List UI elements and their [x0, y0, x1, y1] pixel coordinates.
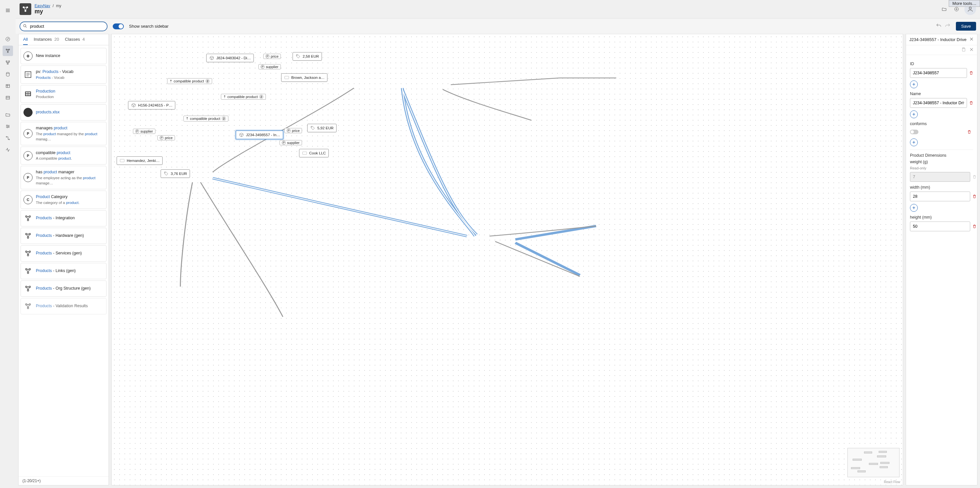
node-j234[interactable]: J234-3498557 - In…: [235, 130, 283, 140]
redo-button[interactable]: [945, 23, 951, 30]
rail-sliders[interactable]: [3, 121, 13, 132]
rail-db[interactable]: [3, 69, 13, 79]
list-item[interactable]: C Product Category The category of a pro…: [21, 191, 107, 209]
name-delete[interactable]: [969, 99, 974, 107]
list-item[interactable]: P compatible product A compatible produc…: [21, 146, 107, 165]
edge-compat-2[interactable]: ⇡compatible product2: [167, 78, 212, 84]
hamburger-menu[interactable]: [0, 3, 16, 18]
graph-icon: [24, 214, 33, 223]
list-item[interactable]: Products - Integration: [21, 210, 107, 226]
edge-compat-3[interactable]: ⇡compatible product2: [183, 116, 228, 121]
edge-price[interactable]: Pprice: [263, 54, 281, 59]
conforms-delete[interactable]: [965, 128, 973, 136]
search-sidebar: All Instances 20 Classes 4 + New instanc…: [18, 34, 109, 485]
conforms-toggle[interactable]: [910, 130, 918, 134]
details-save[interactable]: [961, 47, 966, 53]
svg-rect-52: [120, 159, 124, 162]
node-label: Brown, Jackson a…: [291, 76, 325, 79]
list-item[interactable]: Products - Services (gen): [21, 245, 107, 262]
width-delete[interactable]: [972, 192, 977, 200]
id-field[interactable]: [910, 68, 967, 78]
node-h156[interactable]: H156-2424615 - P…: [128, 101, 175, 110]
rail-flow[interactable]: [3, 133, 13, 143]
edge-supplier-3[interactable]: Psupplier: [280, 140, 302, 145]
svg-rect-23: [26, 92, 27, 94]
id-add[interactable]: +: [910, 81, 918, 88]
undo-button[interactable]: [936, 23, 942, 30]
edge-supplier-2[interactable]: Psupplier: [133, 129, 155, 134]
id-delete[interactable]: [969, 69, 974, 77]
package-icon: [131, 103, 136, 108]
node-price3[interactable]: 3,76 EUR: [161, 169, 190, 178]
canvas[interactable]: J824-9483042 - Di… H156-2424615 - P… J23…: [111, 34, 903, 485]
conforms-add[interactable]: +: [910, 138, 918, 146]
node-price1[interactable]: 2,58 EUR: [293, 52, 322, 60]
t: - Hardware (gen): [52, 233, 84, 238]
save-button[interactable]: Save: [956, 22, 976, 31]
header-folder[interactable]: [940, 5, 949, 14]
app-logo[interactable]: [19, 3, 31, 15]
rail-graph[interactable]: [3, 46, 13, 56]
toolbar: Show search sidebar Save: [16, 18, 980, 34]
rail-folder[interactable]: [3, 110, 13, 120]
details-close2[interactable]: [969, 47, 974, 53]
rail-tree[interactable]: [3, 57, 13, 68]
breadcrumb-root[interactable]: EasyNav: [35, 3, 50, 8]
edge-compat-1[interactable]: ⇡compatible product2: [221, 94, 266, 100]
tab-instances[interactable]: Instances 20: [33, 37, 59, 45]
width-field[interactable]: [910, 192, 970, 201]
search-input[interactable]: [19, 22, 108, 31]
t: .: [78, 201, 80, 205]
el: price: [292, 129, 300, 133]
list-item[interactable]: Production Production: [21, 85, 107, 103]
list-item[interactable]: products.xlsx: [21, 104, 107, 121]
details-panel: J234-3498557 - Inductor Drive ID +: [906, 34, 977, 485]
node-cook[interactable]: Cook LLC: [299, 149, 329, 157]
rail-activity[interactable]: [3, 145, 13, 155]
new-instance-item[interactable]: + New instance: [21, 48, 107, 64]
t: A compatible: [36, 156, 58, 160]
table-icon: [5, 83, 10, 89]
node-brown[interactable]: Brown, Jackson a…: [281, 73, 328, 82]
svg-point-40: [27, 272, 29, 273]
el: supplier: [140, 129, 153, 133]
svg-point-10: [6, 125, 8, 126]
height-field[interactable]: [910, 221, 970, 231]
name-field[interactable]: [910, 98, 967, 108]
edge-price-2[interactable]: Pprice: [158, 135, 175, 140]
breadcrumb: EasyNav / my: [35, 3, 61, 8]
rail-compass[interactable]: [3, 34, 13, 44]
tab-all[interactable]: All: [23, 37, 28, 45]
minimap[interactable]: [847, 448, 899, 477]
up-icon: ⇡: [186, 117, 189, 121]
icon-rail: [0, 0, 16, 488]
node-j824[interactable]: J824-9483042 - Di…: [206, 54, 254, 62]
list-item[interactable]: Products - Hardware (gen): [21, 228, 107, 244]
rail-list[interactable]: [3, 92, 13, 103]
badge: 2: [221, 116, 226, 121]
close-details[interactable]: [969, 37, 974, 42]
list-item[interactable]: P has product manager The employee actin…: [21, 166, 107, 189]
edge-supplier[interactable]: Psupplier: [258, 64, 281, 69]
show-sidebar-toggle[interactable]: [113, 24, 124, 29]
list-item[interactable]: Products - Validation Results: [21, 298, 107, 314]
trash-icon: [972, 224, 977, 229]
list-item[interactable]: P manages product The product managed by…: [21, 122, 107, 145]
graph-icon: [24, 284, 33, 293]
width-add[interactable]: +: [910, 204, 918, 212]
rail-table[interactable]: [3, 81, 13, 91]
edge-price-3[interactable]: Pprice: [285, 128, 302, 133]
id-label: ID: [910, 62, 973, 66]
height-delete[interactable]: [972, 223, 977, 230]
t: manage…: [36, 181, 53, 185]
node-price2[interactable]: 5,92 EUR: [307, 124, 337, 132]
list-item[interactable]: Products - Org Structure (gen): [21, 280, 107, 297]
svg-point-20: [24, 24, 26, 27]
node-hernandez[interactable]: Hernandez, Jenki…: [117, 156, 162, 165]
list-item[interactable]: pv: Products - Vocab Products - Vocab: [21, 65, 107, 84]
name-add[interactable]: +: [910, 110, 918, 118]
list-item[interactable]: Products - Links (gen): [21, 263, 107, 279]
tab-classes[interactable]: Classes 4: [65, 37, 85, 45]
svg-point-31: [27, 219, 29, 221]
close-icon: [969, 47, 974, 52]
